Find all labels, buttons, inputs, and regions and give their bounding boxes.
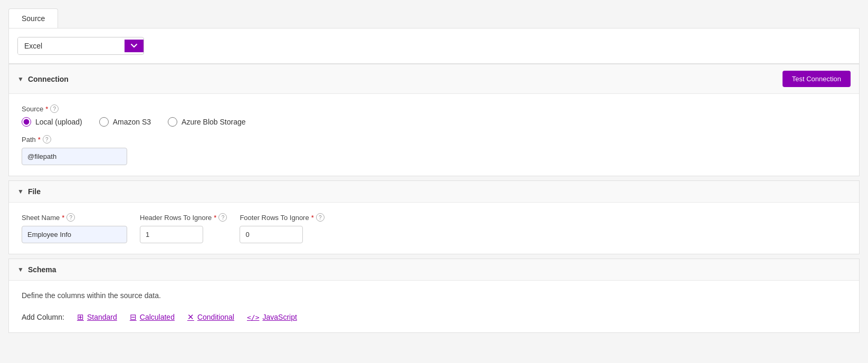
radio-local[interactable]: Local (upload) (22, 117, 82, 127)
header-rows-label: Header Rows To Ignore * ? (140, 213, 227, 222)
add-javascript-button[interactable]: </> JavaScript (247, 313, 297, 321)
source-radio-group: Local (upload) Amazon S3 Azure Blob Stor… (22, 117, 846, 127)
excel-dropdown-text: Excel (18, 37, 125, 54)
schema-label: Schema (28, 265, 56, 274)
file-header-left: ▼ File (17, 187, 41, 196)
add-conditional-button[interactable]: ✕ Conditional (187, 312, 234, 322)
excel-dropdown-button[interactable] (125, 40, 144, 52)
javascript-icon: </> (247, 313, 259, 321)
file-body: Sheet Name * ? Employee Info Header Rows… (9, 203, 859, 254)
radio-s3-input[interactable] (99, 117, 109, 127)
javascript-label: JavaScript (262, 313, 297, 321)
calculated-label: Calculated (140, 313, 175, 321)
schema-body: Define the columns within the source dat… (9, 281, 859, 332)
header-required-star: * (214, 214, 216, 222)
file-chevron-icon[interactable]: ▼ (17, 188, 24, 195)
test-connection-button[interactable]: Test Connection (783, 71, 851, 87)
footer-help-icon[interactable]: ? (316, 213, 325, 222)
file-label: File (28, 187, 41, 196)
standard-label: Standard (87, 313, 117, 321)
calculated-icon: ⊟ (130, 312, 137, 322)
radio-s3-label: Amazon S3 (113, 118, 151, 126)
sheet-required-star: * (62, 214, 64, 222)
path-help-icon[interactable]: ? (43, 135, 51, 144)
source-required-star: * (45, 105, 48, 113)
file-section-header: ▼ File (9, 181, 859, 203)
path-field-label: Path * ? (22, 135, 846, 144)
add-calculated-button[interactable]: ⊟ Calculated (130, 312, 175, 322)
radio-azure-label: Azure Blob Storage (182, 118, 245, 126)
conditional-icon: ✕ (187, 312, 194, 322)
add-column-row: Add Column: ⊞ Standard ⊟ Calculated ✕ Co… (22, 312, 846, 322)
path-required-star: * (38, 136, 41, 144)
chevron-down-icon (131, 44, 137, 48)
standard-icon: ⊞ (77, 312, 84, 322)
footer-rows-group: Footer Rows To Ignore * ? 0 (240, 213, 324, 243)
radio-local-label: Local (upload) (35, 118, 82, 126)
sheet-help-icon[interactable]: ? (66, 213, 75, 222)
add-column-label: Add Column: (22, 313, 64, 321)
conditional-label: Conditional (197, 313, 234, 321)
sheet-name-label: Sheet Name * ? (22, 213, 127, 222)
source-tab[interactable]: Source (8, 8, 58, 28)
connection-label: Connection (28, 75, 69, 83)
sheet-name-input[interactable]: Employee Info (22, 226, 127, 243)
connection-chevron-icon[interactable]: ▼ (17, 75, 24, 83)
file-section: ▼ File Sheet Name * ? Employee Info (8, 180, 860, 254)
radio-azure-input[interactable] (168, 117, 177, 127)
source-help-icon[interactable]: ? (50, 104, 59, 113)
source-field-label: Source * ? (22, 104, 846, 113)
file-fields-row: Sheet Name * ? Employee Info Header Rows… (22, 213, 846, 243)
footer-required-star: * (311, 214, 314, 222)
footer-rows-label: Footer Rows To Ignore * ? (240, 213, 324, 222)
radio-local-input[interactable] (22, 117, 31, 127)
connection-section-header: ▼ Connection Test Connection (9, 64, 859, 94)
page-wrapper: Source Excel ▼ Connection Test Connectio… (0, 0, 868, 363)
add-standard-button[interactable]: ⊞ Standard (77, 312, 117, 322)
schema-section-header: ▼ Schema (9, 259, 859, 281)
connection-body: Source * ? Local (upload) Amazon S3 Azur… (9, 94, 859, 176)
radio-s3[interactable]: Amazon S3 (99, 117, 151, 127)
connection-section: ▼ Connection Test Connection Source * ? … (8, 64, 860, 176)
sheet-name-group: Sheet Name * ? Employee Info (22, 213, 127, 243)
schema-header-left: ▼ Schema (17, 265, 56, 274)
schema-chevron-icon[interactable]: ▼ (17, 266, 24, 273)
excel-dropdown[interactable]: Excel (17, 37, 144, 55)
footer-rows-input[interactable]: 0 (240, 226, 303, 243)
radio-azure[interactable]: Azure Blob Storage (168, 117, 245, 127)
header-rows-input[interactable]: 1 (140, 226, 203, 243)
connection-header-left: ▼ Connection (17, 75, 69, 83)
schema-section: ▼ Schema Define the columns within the s… (8, 259, 860, 333)
tab-bar: Source (8, 8, 860, 28)
header-help-icon[interactable]: ? (218, 213, 227, 222)
header-rows-group: Header Rows To Ignore * ? 1 (140, 213, 227, 243)
dropdown-row: Excel (8, 28, 860, 64)
path-input[interactable]: @filepath (22, 148, 127, 165)
schema-description: Define the columns within the source dat… (22, 291, 846, 300)
